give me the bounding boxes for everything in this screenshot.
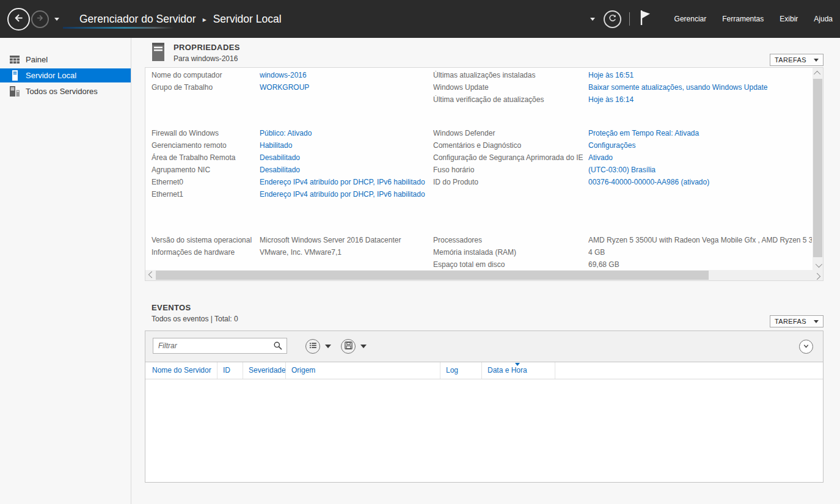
forward-button[interactable]: [31, 10, 49, 28]
menu-exibir[interactable]: Exibir: [778, 12, 799, 26]
back-button[interactable]: [7, 8, 30, 31]
scroll-up-arrow[interactable]: [813, 68, 823, 78]
property-value-link[interactable]: Ativado: [588, 153, 812, 162]
property-label: Grupo de Trabalho: [152, 83, 260, 92]
column-header-log[interactable]: Log: [440, 362, 482, 379]
property-row: Configuração de Segurança Aprimorada do …: [433, 152, 812, 164]
property-value-link[interactable]: Hoje às 16:51: [588, 71, 812, 79]
events-toolbar: [145, 331, 823, 362]
back-arrow-icon: [13, 13, 24, 26]
properties-server-icon: [152, 43, 165, 64]
notifications-flag-button[interactable]: [639, 10, 651, 28]
menu-ferramentas[interactable]: Ferramentas: [721, 12, 765, 26]
property-value-link[interactable]: Desabilitado: [260, 153, 428, 162]
property-value-link[interactable]: Habilitado: [260, 141, 428, 150]
property-row: Última verificação de atualizaçõesHoje à…: [433, 93, 812, 106]
sidebar-item-todos-os-servidores[interactable]: Todos os Servidores: [0, 84, 131, 98]
menu-ajuda[interactable]: Ajuda: [813, 12, 834, 26]
property-label: Gerenciamento remoto: [152, 141, 260, 150]
property-group: Nome do computadorwindows-2016Grupo de T…: [152, 69, 428, 93]
property-row: Windows DefenderProteção em Tempo Real: …: [433, 127, 812, 139]
property-value-link[interactable]: Endereço IPv4 atribuído por DHCP, IPv6 h…: [260, 178, 428, 186]
property-row: Ethernet1Endereço IPv4 atribuído por DHC…: [152, 188, 428, 200]
breadcrumb: Gerenciador do Servidor ▸ Servidor Local: [79, 0, 282, 38]
sidebar-item-label: Todos os Servidores: [26, 87, 98, 96]
saved-filters-button[interactable]: [305, 339, 320, 354]
dashboard-grid-icon: [9, 56, 20, 64]
property-label: Área de Trabalho Remota: [152, 153, 260, 162]
notifications-dropdown-icon[interactable]: [590, 18, 595, 23]
sidebar-item-painel[interactable]: Painel: [0, 53, 131, 67]
property-row: Ethernet0Endereço IPv4 atribuído por DHC…: [152, 176, 428, 188]
property-value-link[interactable]: Baixar somente atualizações, usando Wind…: [588, 83, 812, 92]
properties-header: PROPRIEDADES Para windows-2016: [152, 43, 240, 64]
breadcrumb-root[interactable]: Gerenciador do Servidor: [79, 13, 196, 26]
property-value: Microsoft Windows Server 2016 Datacenter: [260, 236, 428, 244]
property-row: Últimas atualizações instaladasHoje às 1…: [433, 69, 812, 81]
column-header-severidade[interactable]: Severidade: [243, 362, 286, 379]
chevron-down-icon[interactable]: [325, 345, 331, 351]
property-label: Firewall do Windows: [152, 129, 260, 137]
property-label: Processadores: [433, 236, 588, 244]
property-value-link[interactable]: Público: Ativado: [260, 129, 428, 137]
events-header: EVENTOS Todos os eventos | Total: 0: [152, 303, 238, 323]
sidebar-item-label: Servidor Local: [26, 71, 76, 80]
properties-tasks-button[interactable]: TAREFAS: [770, 54, 824, 66]
properties-panel: Nome do computadorwindows-2016Grupo de T…: [145, 67, 824, 281]
property-row: Gerenciamento remotoHabilitado: [152, 139, 428, 152]
events-table-header: Nome do Servidor ID Severidade Origem Lo…: [145, 362, 823, 379]
save-query-button[interactable]: [341, 339, 356, 354]
chevron-down-icon: [814, 59, 819, 64]
property-value: 4 GB: [588, 248, 812, 257]
properties-subtitle: Para windows-2016: [173, 54, 240, 63]
property-label: Últimas atualizações instaladas: [433, 71, 588, 79]
events-panel: Nome do Servidor ID Severidade Origem Lo…: [145, 331, 824, 483]
events-tasks-button[interactable]: TAREFAS: [770, 315, 824, 327]
property-value-link[interactable]: (UTC-03:00) Brasília: [588, 166, 812, 174]
property-value-link[interactable]: Configurações: [588, 141, 812, 150]
property-row: Fuso horário(UTC-03:00) Brasília: [433, 164, 812, 176]
property-value-link[interactable]: Endereço IPv4 atribuído por DHCP, IPv6 h…: [260, 190, 428, 199]
property-value-link[interactable]: Desabilitado: [260, 166, 428, 174]
refresh-icon: [608, 13, 617, 25]
property-value-link[interactable]: Proteção em Tempo Real: Ativada: [588, 129, 812, 137]
scroll-right-arrow[interactable]: [813, 270, 823, 280]
column-header-origem[interactable]: Origem: [286, 362, 440, 379]
flag-icon: [639, 10, 651, 28]
column-header-id[interactable]: ID: [217, 362, 243, 379]
chevron-down-icon: [802, 341, 810, 352]
property-row: ID do Produto00376-40000-00000-AA986 (at…: [433, 176, 812, 188]
breadcrumb-progress-underline: [63, 27, 174, 29]
sort-indicator-icon: [515, 363, 520, 368]
property-value-link[interactable]: WORKGROUP: [260, 83, 428, 92]
property-value-link[interactable]: Hoje às 16:14: [588, 95, 812, 104]
property-label: Ethernet1: [152, 190, 260, 199]
properties-column-right: Últimas atualizações instaladasHoje às 1…: [433, 68, 812, 270]
horizontal-scrollbar-thumb[interactable]: [156, 271, 709, 280]
scroll-down-arrow[interactable]: [813, 260, 823, 270]
scroll-left-arrow[interactable]: [145, 270, 156, 280]
property-value-link[interactable]: windows-2016: [260, 71, 428, 79]
column-header-data-e-hora[interactable]: Data e Hora: [482, 362, 555, 379]
property-label: Agrupamento NIC: [152, 166, 260, 174]
property-value: 69,68 GB: [588, 260, 812, 269]
column-header-label: Data e Hora: [488, 366, 527, 374]
menu-gerenciar[interactable]: Gerenciar: [673, 12, 708, 26]
property-row: Grupo de TrabalhoWORKGROUP: [152, 81, 428, 93]
sidebar-item-servidor-local[interactable]: Servidor Local: [0, 68, 131, 82]
property-row: Memória instalada (RAM)4 GB: [433, 246, 812, 258]
property-value-link[interactable]: 00376-40000-00000-AA986 (ativado): [588, 178, 812, 186]
breadcrumb-current: Servidor Local: [213, 13, 282, 26]
chevron-down-icon[interactable]: [360, 345, 367, 351]
events-subtitle: Todos os eventos | Total: 0: [152, 315, 238, 323]
refresh-button[interactable]: [604, 10, 621, 28]
property-label: Windows Update: [433, 83, 588, 92]
collapse-section-button[interactable]: [799, 340, 813, 354]
nav-history-dropdown-icon[interactable]: [54, 18, 59, 23]
horizontal-scrollbar[interactable]: [145, 270, 823, 280]
filter-input[interactable]: [153, 338, 287, 354]
vertical-scrollbar[interactable]: [813, 68, 823, 270]
vertical-scrollbar-thumb[interactable]: [813, 79, 822, 257]
column-header-nome-do-servidor[interactable]: Nome do Servidor: [145, 362, 217, 379]
property-group: Firewall do WindowsPúblico: AtivadoGeren…: [152, 127, 428, 200]
